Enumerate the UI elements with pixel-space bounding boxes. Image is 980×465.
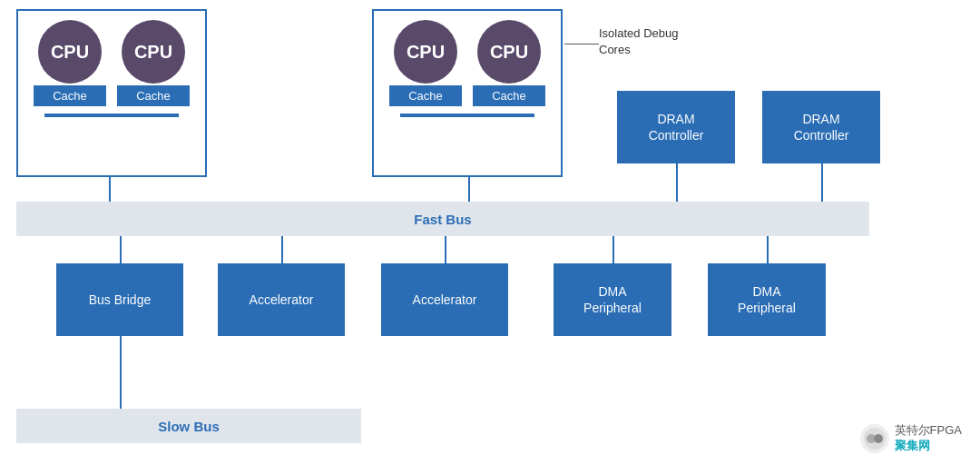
- cpu-circle-2: CPU: [122, 20, 185, 84]
- watermark-line2: 聚集网: [895, 439, 962, 454]
- cpu-unit-1: CPU Cache: [34, 20, 106, 106]
- dma-peripheral-1-label: DMAPeripheral: [583, 283, 642, 316]
- slow-bus: Slow Bus: [16, 409, 361, 443]
- vline-bus-bridge-slow: [120, 336, 122, 409]
- cpu-label-2: CPU: [134, 42, 172, 63]
- vline-accel2: [445, 236, 446, 263]
- cpu-label-1: CPU: [51, 42, 89, 63]
- vline-dram2: [821, 163, 823, 202]
- dma-peripheral-1: DMAPeripheral: [554, 263, 671, 336]
- vline-accel1: [281, 236, 283, 263]
- cpu-circle-1: CPU: [38, 20, 102, 84]
- slow-bus-label: Slow Bus: [158, 419, 220, 434]
- dram-controller-1-label: DRAMController: [649, 111, 704, 143]
- watermark-icon: [860, 424, 889, 453]
- accelerator-2: Accelerator: [381, 263, 508, 336]
- dma-peripheral-2: DMAPeripheral: [708, 263, 826, 336]
- dram-controller-2-label: DRAMController: [794, 111, 849, 143]
- accelerator-1-label: Accelerator: [250, 292, 314, 308]
- dma-peripheral-2-label: DMAPeripheral: [738, 283, 796, 316]
- vline-right-cluster: [468, 175, 470, 202]
- vline-dram1: [676, 163, 678, 202]
- diagram-container: CPU Cache CPU Cache CPU Cache: [0, 0, 980, 465]
- bus-bridge: Bus Bridge: [56, 263, 183, 336]
- vline-dma2: [767, 236, 769, 263]
- annotation-arrow-line: [564, 44, 599, 45]
- cache-label-3: Cache: [389, 85, 462, 106]
- accelerator-2-label: Accelerator: [413, 292, 477, 308]
- cluster-right: CPU Cache CPU Cache: [372, 9, 563, 177]
- vline-left-cluster: [109, 175, 111, 202]
- fast-bus-label: Fast Bus: [414, 212, 471, 227]
- cache-label-1: Cache: [34, 85, 106, 106]
- accelerator-1: Accelerator: [218, 263, 345, 336]
- bus-bridge-label: Bus Bridge: [89, 292, 151, 308]
- vline-dma1: [612, 236, 614, 263]
- annotation-debug-cores: Isolated DebugCores: [599, 25, 678, 58]
- fast-bus: Fast Bus: [16, 202, 869, 236]
- cpu-unit-2: CPU Cache: [117, 20, 190, 106]
- dram-controller-2: DRAMController: [762, 91, 880, 163]
- cpu-circle-3: CPU: [394, 20, 457, 84]
- svg-point-2: [874, 434, 883, 443]
- watermark-line1: 英特尔FPGA: [895, 423, 962, 439]
- vline-bus-bridge: [120, 236, 122, 263]
- cpu-unit-4: CPU Cache: [473, 20, 545, 106]
- cluster-bus-line-left: [44, 114, 180, 117]
- cpu-label-4: CPU: [490, 42, 528, 63]
- cluster-left: CPU Cache CPU Cache: [16, 9, 207, 177]
- annotation-text: Isolated DebugCores: [599, 26, 678, 56]
- cpu-circle-4: CPU: [477, 20, 541, 84]
- cpu-label-3: CPU: [407, 42, 445, 63]
- cluster-bus-line-right: [400, 114, 535, 117]
- watermark: 英特尔FPGA 聚集网: [860, 423, 962, 454]
- cpu-unit-3: CPU Cache: [389, 20, 462, 106]
- cache-label-4: Cache: [473, 85, 545, 106]
- dram-controller-1: DRAMController: [617, 91, 735, 163]
- cache-label-2: Cache: [117, 85, 190, 106]
